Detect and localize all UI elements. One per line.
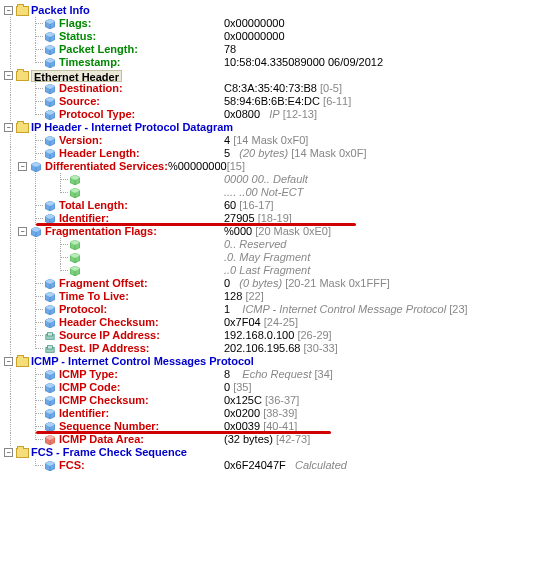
field-range: [20-21 Mask 0x1FFF] xyxy=(285,277,390,289)
cube-icon xyxy=(43,382,57,394)
field-desc: Last Fragment xyxy=(239,264,310,276)
field-icmp-code[interactable]: ICMP Code: 0 [35] xyxy=(4,381,548,394)
field-label: Total Length: xyxy=(59,199,128,212)
field-range: [38-39] xyxy=(263,407,297,419)
field-ip-dserv[interactable]: − Differentiated Services:%00000000 [15] xyxy=(4,160,548,173)
field-ip-srcip[interactable]: Source IP Address: 192.168.0.100 [26-29] xyxy=(4,329,548,342)
field-icmp-ident[interactable]: Identifier: 0x0200 [38-39] xyxy=(4,407,548,420)
field-ip-ds1[interactable]: 0000 00.. Default xyxy=(4,173,548,186)
field-range: [15] xyxy=(227,160,245,173)
toggle-icon[interactable]: − xyxy=(4,448,13,457)
section-fcs[interactable]: − FCS - Frame Check Sequence xyxy=(4,446,548,459)
section-packet-info[interactable]: − Packet Info xyxy=(4,4,548,17)
field-label: Status: xyxy=(59,30,96,43)
field-label: Dest. IP Address: xyxy=(59,342,149,355)
field-value: 78 xyxy=(224,43,236,56)
field-value: 0x00000000 xyxy=(224,17,285,30)
field-range: [42-73] xyxy=(276,433,310,445)
field-ip-ds2[interactable]: .... ..00 Not-ECT xyxy=(4,186,548,199)
field-icmp-data[interactable]: ICMP Data Area: (32 bytes) [42-73] xyxy=(4,433,548,446)
cube-icon xyxy=(43,31,57,43)
cube-icon xyxy=(43,135,57,147)
field-fcs[interactable]: FCS: 0x6F24047F Calculated xyxy=(4,459,548,472)
field-value: 128 xyxy=(224,290,242,302)
field-ip-version[interactable]: Version: 4 [14 Mask 0xF0] xyxy=(4,134,548,147)
field-value: (32 bytes) xyxy=(224,433,273,445)
cube-icon xyxy=(43,304,57,316)
field-desc: Reserved xyxy=(239,238,286,250)
field-ip-ttl[interactable]: Time To Live: 128 [22] xyxy=(4,290,548,303)
cube-icon xyxy=(43,148,57,160)
field-value: 0 xyxy=(224,277,230,289)
section-ethernet[interactable]: − Ethernet Header xyxy=(4,69,548,82)
field-value: 5 xyxy=(224,147,230,159)
field-value: 0x0200 xyxy=(224,407,260,419)
field-extra: (0 bytes) xyxy=(239,277,282,289)
field-ip-dstip[interactable]: Dest. IP Address: 202.106.195.68 [30-33] xyxy=(4,342,548,355)
field-ip-proto[interactable]: Protocol: 1 ICMP - Internet Control Mess… xyxy=(4,303,548,316)
field-label: Protocol: xyxy=(59,303,107,316)
field-bits: 0.. xyxy=(224,238,236,250)
field-label: Destination: xyxy=(59,82,123,95)
field-label: Packet Length: xyxy=(59,43,138,56)
cube-icon xyxy=(43,44,57,56)
toggle-icon[interactable]: − xyxy=(4,71,13,80)
field-ip-hchk[interactable]: Header Checksum: 0x7F04 [24-25] xyxy=(4,316,548,329)
field-ip-ident[interactable]: Identifier: 27905 [18-19] xyxy=(4,212,548,225)
field-bits: .0. xyxy=(224,251,236,263)
field-status[interactable]: Status: 0x00000000 xyxy=(4,30,548,43)
cube-icon xyxy=(43,96,57,108)
field-label: ICMP Data Area: xyxy=(59,433,144,446)
toggle-icon[interactable]: − xyxy=(18,227,27,236)
field-range: [12-13] xyxy=(283,108,317,120)
toggle-icon[interactable]: − xyxy=(18,162,27,171)
cube-icon xyxy=(43,109,57,121)
field-range: [35] xyxy=(233,381,251,393)
section-ip[interactable]: − IP Header - Internet Protocol Datagram xyxy=(4,121,548,134)
field-desc: Not-ECT xyxy=(261,186,304,198)
field-flags[interactable]: Flags: 0x00000000 xyxy=(4,17,548,30)
field-range: [36-37] xyxy=(265,394,299,406)
cube-icon xyxy=(68,265,82,277)
field-value: C8:3A:35:40:73:B8 xyxy=(224,82,317,94)
field-ip-ff1[interactable]: 0.. Reserved xyxy=(4,238,548,251)
field-ip-tlen[interactable]: Total Length: 60 [16-17] xyxy=(4,199,548,212)
field-label: Source IP Address: xyxy=(59,329,160,342)
field-extra: (20 bytes) xyxy=(239,147,288,159)
field-label: Fragment Offset: xyxy=(59,277,148,290)
field-timestamp[interactable]: Timestamp: 10:58:04.335089000 06/09/2012 xyxy=(4,56,548,69)
cube-icon xyxy=(29,161,43,173)
field-icmp-seq[interactable]: Sequence Number: 0x0039 [40-41] xyxy=(4,420,548,433)
toggle-icon[interactable]: − xyxy=(4,357,13,366)
toggle-icon[interactable]: − xyxy=(4,123,13,132)
field-value: 4 xyxy=(224,134,230,146)
cube-icon xyxy=(43,278,57,290)
field-ip-fflags[interactable]: − Fragmentation Flags: %000 [20 Mask 0xE… xyxy=(4,225,548,238)
ip-icon xyxy=(43,330,57,342)
section-icmp[interactable]: − ICMP - Internet Control Messages Proto… xyxy=(4,355,548,368)
field-icmp-chk[interactable]: ICMP Checksum: 0x125C [36-37] xyxy=(4,394,548,407)
field-ip-ff2[interactable]: .0. May Fragment xyxy=(4,251,548,264)
folder-icon xyxy=(15,122,29,134)
field-value: 0x00000000 xyxy=(224,30,285,43)
field-icmp-type[interactable]: ICMP Type: 8 Echo Request [34] xyxy=(4,368,548,381)
field-label: Source: xyxy=(59,95,100,108)
field-ip-foff[interactable]: Fragment Offset: 0 (0 bytes) [20-21 Mask… xyxy=(4,277,548,290)
field-value: %000 xyxy=(224,225,252,237)
field-eth-src[interactable]: Source: 58:94:6B:6B:E4:DC [6-11] xyxy=(4,95,548,108)
field-bits: 0000 00.. xyxy=(224,173,270,185)
field-range: [14 Mask 0x0F] xyxy=(291,147,366,159)
toggle-icon[interactable]: − xyxy=(4,6,13,15)
field-range: [20 Mask 0xE0] xyxy=(255,225,331,237)
cube-icon xyxy=(43,18,57,30)
field-eth-dest[interactable]: Destination: C8:3A:35:40:73:B8 [0-5] xyxy=(4,82,548,95)
field-range: [26-29] xyxy=(297,329,331,341)
cube-icon xyxy=(43,317,57,329)
field-ip-ff3[interactable]: ..0 Last Fragment xyxy=(4,264,548,277)
field-ip-hlen[interactable]: Header Length: 5 (20 bytes) [14 Mask 0x0… xyxy=(4,147,548,160)
field-value: 60 xyxy=(224,199,236,211)
field-range: [24-25] xyxy=(264,316,298,328)
field-eth-ptype[interactable]: Protocol Type: 0x0800 IP [12-13] xyxy=(4,108,548,121)
folder-icon xyxy=(15,70,29,82)
field-packet-length[interactable]: Packet Length: 78 xyxy=(4,43,548,56)
